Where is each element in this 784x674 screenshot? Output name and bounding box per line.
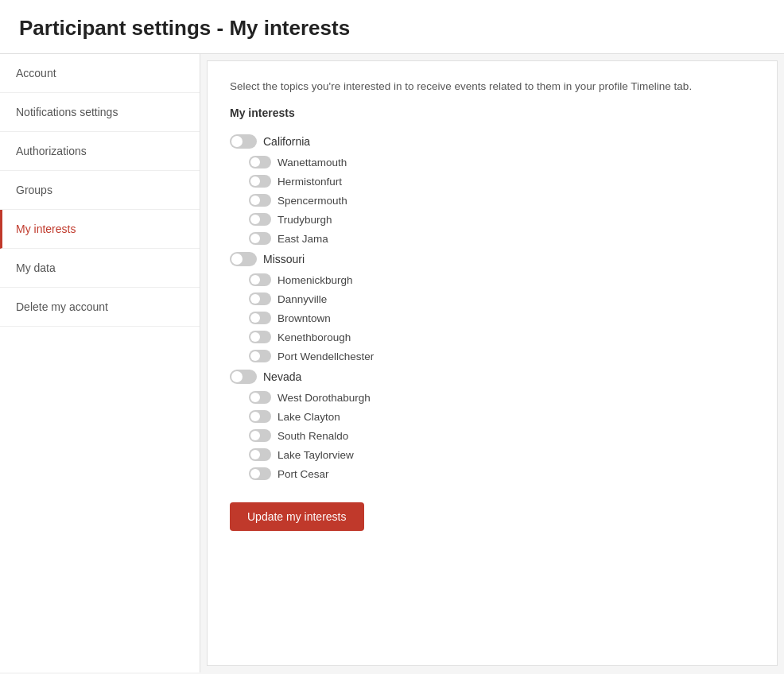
region-row-1: Missouri [230,248,755,270]
city-row-1-3: Kenethborough [230,327,755,347]
city-row-1-0: Homenickburgh [230,270,755,289]
sidebar-item-account[interactable]: Account [0,54,200,93]
update-interests-button[interactable]: Update my interests [230,502,364,531]
city-toggle-0-2[interactable] [249,194,271,207]
city-label-0-1: Hermistonfurt [278,176,342,188]
city-label-1-0: Homenickburgh [278,274,353,286]
city-toggle-0-3[interactable] [249,213,271,226]
region-label-2: Nevada [263,370,301,383]
city-row-1-1: Dannyville [230,289,755,308]
city-label-2-2: South Renaldo [278,430,348,442]
city-row-2-0: West Dorothaburgh [230,388,755,407]
city-toggle-0-1[interactable] [249,175,271,188]
city-toggle-1-0[interactable] [249,273,271,286]
page-title: Participant settings - My interests [0,0,784,54]
city-toggle-1-1[interactable] [249,292,271,305]
city-toggle-1-2[interactable] [249,312,271,324]
sidebar-item-notifications-settings[interactable]: Notifications settings [0,93,200,132]
sidebar-item-delete-my-account[interactable]: Delete my account [0,288,200,327]
sidebar-item-authorizations[interactable]: Authorizations [0,132,200,171]
main-panel: Select the topics you're interested in t… [207,60,778,666]
city-label-2-0: West Dorothaburgh [278,392,371,404]
city-toggle-0-4[interactable] [249,232,271,245]
city-row-1-2: Browntown [230,308,755,327]
sidebar-item-groups[interactable]: Groups [0,171,200,210]
interests-list: CaliforniaWanettamouthHermistonfurtSpenc… [230,130,755,483]
city-toggle-2-2[interactable] [249,429,271,442]
city-label-2-4: Port Cesar [278,468,329,480]
region-label-0: California [263,135,310,148]
city-row-0-4: East Jama [230,229,755,248]
city-toggle-1-3[interactable] [249,331,271,343]
sidebar-item-my-interests[interactable]: My interests [0,210,200,249]
city-row-2-1: Lake Clayton [230,407,755,426]
city-toggle-2-4[interactable] [249,467,271,480]
city-row-0-3: Trudyburgh [230,210,755,229]
city-toggle-2-0[interactable] [249,391,271,404]
city-row-1-4: Port Wendellchester [230,347,755,366]
city-row-0-2: Spencermouth [230,191,755,210]
city-label-2-3: Lake Taylorview [278,449,354,461]
interests-section-title: My interests [230,107,755,119]
region-toggle-0[interactable] [230,134,257,149]
city-toggle-2-1[interactable] [249,410,271,423]
city-label-0-3: Trudyburgh [278,214,332,226]
city-toggle-0-0[interactable] [249,156,271,168]
region-toggle-2[interactable] [230,370,257,384]
region-row-0: California [230,130,755,153]
region-label-1: Missouri [263,253,305,265]
main-description: Select the topics you're interested in t… [230,80,755,92]
city-row-2-2: South Renaldo [230,426,755,445]
sidebar-item-my-data[interactable]: My data [0,249,200,288]
city-label-0-4: East Jama [278,233,328,245]
city-label-1-3: Kenethborough [278,331,351,343]
city-label-0-0: Wanettamouth [278,157,347,168]
city-label-2-1: Lake Clayton [278,411,340,423]
city-label-1-1: Dannyville [278,293,327,305]
city-row-0-0: Wanettamouth [230,153,755,172]
city-label-1-2: Browntown [278,312,331,324]
city-row-2-4: Port Cesar [230,464,755,483]
region-toggle-1[interactable] [230,252,257,266]
city-toggle-2-3[interactable] [249,448,271,461]
city-label-0-2: Spencermouth [278,195,347,207]
city-row-0-1: Hermistonfurt [230,172,755,191]
city-toggle-1-4[interactable] [249,350,271,362]
region-row-2: Nevada [230,366,755,388]
city-row-2-3: Lake Taylorview [230,445,755,464]
city-label-1-4: Port Wendellchester [278,351,374,362]
sidebar: AccountNotifications settingsAuthorizati… [0,54,200,672]
